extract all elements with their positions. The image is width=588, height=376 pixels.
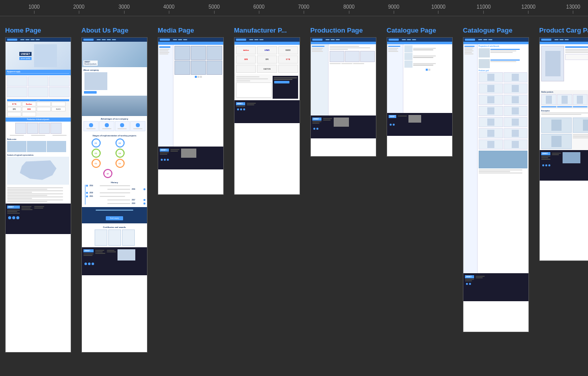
mfr-footer: UNISET: [234, 100, 300, 123]
ruler-tick-8000: 8000: [343, 4, 355, 14]
page-thumbnail-production[interactable]: UNISET: [310, 37, 376, 157]
about-stages: Stages of implementation of turnkey proj…: [82, 133, 147, 180]
ruler-tick-2000: 2000: [73, 4, 84, 14]
ruler-tick-7000: 7000: [298, 4, 309, 14]
home-nav: [20, 39, 40, 40]
page-thumbnail-home[interactable]: UNISET proven quality Equipment supply: [5, 37, 71, 353]
ruler-tick-4000: 4000: [163, 4, 174, 14]
about-logo: [83, 39, 94, 41]
page-thumbnail-catalogue1[interactable]: UNISET: [387, 37, 453, 157]
cat2-footer: UNISET: [463, 273, 528, 301]
home-contacts: Contacts of regional representatives: [6, 153, 71, 186]
page-title-home: Home Page: [5, 26, 41, 34]
about-hero: UNISET Branded products: [82, 42, 147, 67]
cat1-footer: UNISET: [387, 113, 452, 136]
product-description: Description: [540, 109, 588, 117]
home-hero: UNISET proven quality: [6, 42, 71, 70]
page-title-manufacturer: Manufacturer P...: [234, 26, 287, 34]
ruler-tick-1000: 1000: [28, 4, 40, 14]
ruler-tick-11000: 11000: [477, 4, 491, 14]
page-thumbnail-manufacturer[interactable]: danfoss LENZE BUICK SEW OFE E·T·N EATON: [234, 37, 300, 195]
page-thumbnail-catalogue2[interactable]: Preparation of switchboards: [463, 37, 529, 332]
page-card-production[interactable]: Production Page: [310, 26, 376, 157]
pages-container: Home Page UNISET proven quality: [0, 16, 588, 363]
about-building-image: [82, 96, 147, 116]
page-thumbnail-product[interactable]: Similar products: [539, 37, 588, 261]
page-card-catalogue2[interactable]: Catalogue Page: [463, 26, 529, 332]
ruler-tick-13000: 13000: [566, 4, 580, 14]
prod-logo: [312, 39, 322, 41]
about-company-section: About company: [82, 67, 147, 96]
product-variants: [540, 117, 588, 150]
ruler-tick-9000: 9000: [388, 4, 399, 14]
prod-footer: UNISET: [311, 115, 376, 138]
media-content: [158, 45, 223, 147]
design-canvas: Home Page UNISET proven quality: [0, 16, 588, 376]
page-card-manufacturer[interactable]: Manufacturer P... danfoss LENZE BUICK: [234, 26, 300, 195]
media-footer: UNISET: [158, 147, 223, 169]
about-nav: [97, 39, 116, 40]
ruler-tick-6000: 6000: [253, 4, 264, 14]
mfr-nav: [249, 39, 263, 40]
page-title-catalogue2: Catalogue Page: [463, 26, 513, 34]
mfr-form: [234, 74, 300, 100]
mfr-logos-section: danfoss LENZE BUICK SEW OFE E·T·N EATON: [234, 45, 300, 74]
home-equipment-section: Equipment supply: [6, 70, 71, 75]
prod-content: [311, 44, 376, 115]
page-title-media: Media Page: [158, 26, 194, 34]
mfr-logo: [236, 39, 246, 41]
page-card-catalogue1[interactable]: Catalogue Page: [387, 26, 453, 157]
cat2-logo: [465, 39, 475, 41]
page-card-home[interactable]: Home Page UNISET proven quality: [5, 26, 71, 353]
page-title-production: Production Page: [310, 26, 363, 34]
page-title-about: About Us Page: [81, 26, 128, 34]
cat1-logo: [389, 39, 399, 41]
cat2-content: Preparation of switchboards: [463, 44, 528, 273]
prod-nav: [326, 39, 340, 40]
product-logo: [541, 39, 551, 41]
home-logo: [7, 39, 17, 41]
ruler-tick-10000: 10000: [431, 4, 446, 14]
product-footer: UNISET: [540, 150, 588, 181]
page-title-product: Product Carg Pa...: [539, 26, 588, 34]
about-certificates: Certificates and awards: [82, 224, 147, 247]
cat1-nav: [402, 39, 416, 40]
timeline-ruler: 1000 2000 3000 4000 5000 6000 7000 8000 …: [0, 0, 588, 16]
page-card-media[interactable]: Media Page: [158, 26, 224, 195]
ruler-tick-3000: 3000: [119, 4, 130, 14]
ruler-tick-5000: 5000: [209, 4, 220, 14]
page-thumbnail-media[interactable]: UNISET: [158, 37, 224, 195]
cat2-nav: [478, 39, 492, 40]
about-advantages: Advantages of our company: [82, 116, 147, 133]
about-footer: UNISET: [82, 247, 147, 275]
home-production-section: Production of electrical panels: [6, 118, 71, 122]
home-footer: UNISET: [6, 204, 71, 234]
home-media: Media center: [6, 137, 71, 153]
page-card-product[interactable]: Product Carg Pa...: [539, 26, 588, 261]
product-detail: [540, 44, 588, 90]
ruler-tick-12000: 12000: [521, 4, 536, 14]
media-logo: [160, 39, 170, 41]
home-brands: Brands E·T·N Danfoss OFE SEW BUICK: [6, 98, 71, 118]
page-card-about[interactable]: About Us Page UNISET Branded products: [81, 26, 148, 353]
page-thumbnail-about[interactable]: UNISET Branded products About company: [81, 37, 148, 353]
product-nav: [554, 39, 569, 40]
about-banner: Send enquiry: [82, 207, 147, 223]
cat1-content: [387, 44, 452, 113]
about-history: History 2014 2016: [82, 180, 147, 206]
media-nav: [173, 39, 187, 40]
product-similar: Similar products: [540, 90, 588, 109]
page-title-catalogue1: Catalogue Page: [387, 26, 436, 34]
